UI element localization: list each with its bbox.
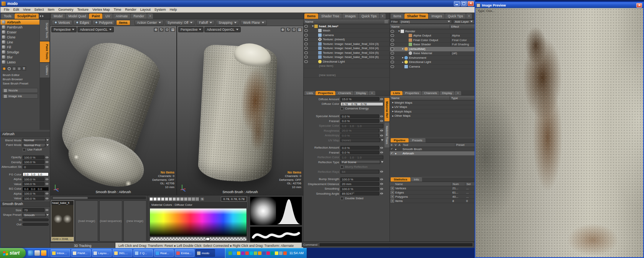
clip-placeholder[interactable]: (load sequence) — [99, 200, 122, 241]
layout-tab[interactable]: Tools — [1, 13, 14, 19]
expander-icon[interactable]: ▸ — [401, 47, 404, 50]
field-value[interactable]: 15.0 % — [340, 97, 379, 101]
add-tab-button[interactable]: + — [147, 13, 153, 19]
tab-scroll-left-icon[interactable] — [39, 15, 41, 17]
viewport-nav-icon[interactable]: ▤ — [170, 28, 175, 32]
visibility-eye-icon[interactable] — [390, 30, 395, 33]
field-value[interactable]: 89.5247° — [340, 192, 379, 195]
tool-category-tab[interactable]: Paint Tools — [40, 41, 49, 62]
field-value[interactable]: 0.0 % — [340, 119, 379, 123]
main-tab[interactable]: Render — [131, 13, 147, 19]
shader-tree-item[interactable]: ▸ Directional Light — [390, 60, 476, 65]
toolbar-dropdown[interactable]: Symmetry: Off — [165, 20, 195, 25]
main-tab[interactable]: UV — [103, 13, 113, 19]
field-value[interactable]: 0.0 % — [340, 114, 379, 118]
add-panel-tab[interactable]: + — [455, 91, 461, 95]
slider[interactable] — [23, 218, 49, 221]
visibility-eye-icon[interactable] — [304, 47, 309, 50]
quicklaunch-browser-icon[interactable] — [28, 250, 33, 256]
info-tab[interactable]: Info — [411, 177, 422, 182]
minimize-button[interactable] — [454, 1, 460, 6]
list-options-icon[interactable] — [384, 20, 388, 23]
panel-tab[interactable]: Lists — [391, 91, 402, 95]
clips-scrollbar[interactable] — [52, 197, 146, 199]
expander-icon[interactable]: ▸ — [401, 56, 404, 59]
visibility-eye-icon[interactable] — [304, 38, 309, 41]
viewport-shading-dropdown[interactable]: Advanced OpenGL — [77, 27, 113, 32]
value-spinner-icon[interactable] — [45, 209, 49, 211]
alpha-strip[interactable] — [150, 237, 247, 241]
tree-item[interactable]: Texture: (mixed) — [304, 38, 389, 42]
main-tab[interactable]: Paint — [89, 13, 102, 19]
tray-icon[interactable] — [283, 251, 287, 255]
value-spinner-icon[interactable] — [45, 156, 49, 159]
enable-check-icon[interactable]: ✓ — [390, 152, 394, 155]
viewport-right[interactable]: Perspective Advanced OpenGL ⊕↻⊙▤ No Item… — [177, 26, 303, 195]
menu-item[interactable]: Vertex Map — [90, 8, 112, 12]
expander-icon[interactable]: ▾ — [311, 25, 314, 28]
brush-button[interactable]: Nozzle — [2, 88, 38, 93]
panel-tab[interactable]: Images — [429, 13, 445, 19]
statistics-row[interactable]: + Polygons 40... ... — [390, 195, 476, 199]
panel-tab[interactable]: Shader Tree — [404, 13, 429, 19]
paint-tool[interactable]: Airbrush — [0, 20, 39, 25]
shader-tree-item[interactable]: ▸ (defaultMat) — [390, 47, 476, 51]
shader-tree-item[interactable]: ▸ Environment — [390, 56, 476, 60]
tool-category-tab[interactable]: Sculpt Tools — [40, 20, 49, 41]
visibility-eye-icon[interactable] — [304, 25, 309, 28]
expander-icon[interactable]: ▸ — [391, 101, 394, 104]
pipeline-row[interactable]: ✓ ● Airbrush — [390, 151, 476, 155]
panel-tab[interactable]: Channels — [422, 91, 439, 95]
close-button[interactable] — [468, 1, 474, 6]
toolbar-dropdown[interactable]: Falloff — [196, 20, 215, 25]
add-panel-tab[interactable]: + — [369, 91, 375, 95]
main-tab[interactable]: Animate — [113, 13, 130, 19]
add-layer-dropdown[interactable]: Add Layer — [453, 20, 475, 24]
expander-icon[interactable]: ▸ — [391, 106, 394, 109]
color-swatch[interactable] — [184, 197, 187, 201]
visibility-eye-icon[interactable] — [304, 43, 309, 45]
viewport-shading-dropdown[interactable]: Advanced OpenGL — [204, 27, 240, 32]
swatch-save-button[interactable]: S — [200, 197, 205, 201]
tray-icon[interactable] — [279, 251, 283, 255]
color-swatch[interactable] — [192, 197, 195, 201]
paint-tool[interactable]: Line — [0, 40, 39, 45]
brush-tip-circle-icon[interactable] — [7, 66, 11, 71]
paint-tool[interactable]: Lasso — [0, 60, 39, 64]
column-header-effect[interactable]: Effect — [450, 25, 474, 28]
menu-item[interactable]: Select — [32, 8, 46, 12]
paint-tool[interactable]: Paintbrush — [0, 25, 39, 30]
field-value[interactable]: 1.0 1.0 1.0 — [340, 155, 383, 159]
tree-item[interactable]: Texture: Image: head_bake_final_02d (3) — [304, 42, 389, 46]
expander-icon[interactable]: ▾ — [398, 30, 401, 33]
value-spinner-icon[interactable] — [380, 188, 383, 190]
visibility-eye-icon[interactable] — [304, 34, 309, 36]
tree-item[interactable]: Camera — [304, 33, 389, 38]
menu-item[interactable]: File — [2, 8, 12, 12]
tray-icon[interactable] — [228, 251, 232, 255]
tool-category-tab[interactable]: Utilities — [40, 63, 49, 78]
viewport-nav-icon[interactable]: ⊙ — [292, 28, 296, 32]
presets-tab[interactable]: Presets — [409, 138, 426, 142]
shader-tree-item[interactable]: Alpha Output Alpha — [390, 34, 476, 38]
component-mode-button[interactable]: Edges — [73, 20, 92, 25]
taskbar-task-button[interactable]: modo — [196, 249, 215, 257]
menu-item[interactable]: View — [21, 8, 32, 12]
value-spinner-icon[interactable] — [380, 170, 383, 173]
field-value[interactable]: 20 mm — [340, 182, 379, 186]
pipeline-tab[interactable]: Pipeline — [391, 138, 409, 142]
items-mode-button[interactable]: Items — [116, 20, 130, 25]
visibility-eye-icon[interactable] — [390, 65, 395, 68]
brush-tip-dot-icon[interactable] — [2, 66, 6, 71]
tray-icon[interactable] — [245, 251, 249, 255]
visibility-eye-icon[interactable] — [304, 51, 309, 54]
shader-tree-item[interactable]: Base Shader Full Shading — [390, 43, 476, 47]
form-category-tab[interactable]: Material Trans — [384, 122, 389, 148]
map-group-row[interactable]: ▸ Morph Maps — [390, 109, 476, 114]
preview-titlebar[interactable]: Image Preview — [475, 2, 643, 8]
viewport-nav-icon[interactable]: ↻ — [159, 28, 164, 32]
tree-item[interactable]: Mesh — [304, 29, 389, 33]
field-value[interactable]: 73 — [23, 208, 44, 212]
visibility-eye-icon[interactable] — [304, 29, 309, 32]
field-value[interactable]: 0.78 0.78 0.78 — [340, 102, 383, 106]
